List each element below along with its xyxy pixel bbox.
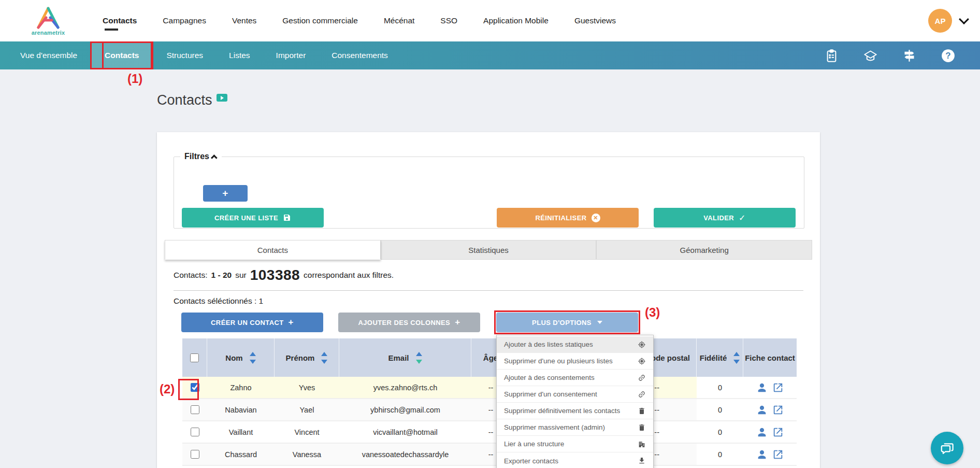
annotation-step2: (2) [160,382,175,396]
subnav-structures[interactable]: Structures [153,41,216,69]
graduation-cap-icon[interactable] [863,49,877,63]
menu-item-supprimer-definitivement[interactable]: Supprimer définitivement les contacts [497,403,653,419]
create-contact-button[interactable]: CRÉER UN CONTACT + [181,313,323,332]
contact-person-icon[interactable] [756,427,768,438]
sort-desc-icon[interactable] [733,360,740,364]
more-options-button[interactable]: PLUS D'OPTIONS [496,313,638,332]
filters-legend[interactable]: Filtres [180,152,222,161]
table-row-nabavian[interactable]: Nabavian Yael ybhirsch@gmail.com -- -- 0 [182,399,797,421]
topnav-ventes[interactable]: Ventes [231,11,257,31]
help-icon[interactable]: ? [941,49,955,63]
sort-asc-icon[interactable] [733,352,740,356]
create-list-button[interactable]: CRÉER UNE LISTE [182,208,324,228]
open-contact-icon[interactable] [772,382,784,393]
subnav-listes[interactable]: Listes [216,41,263,69]
menu-item-ajouter-consentements[interactable]: Ajouter à des consentements [497,370,653,386]
user-avatar[interactable]: AP [928,9,952,33]
cell-prenom: Vanessa [275,444,339,465]
row-checkbox[interactable] [191,405,199,414]
sort-fidelite[interactable] [733,352,740,364]
menu-item-ajouter-listes-statiques[interactable]: Ajouter à des listes statiques [497,336,653,353]
cell-fidelite: 0 [697,399,743,420]
menu-item-supprimer-massivement[interactable]: Supprimer massivement (admin) [497,419,653,436]
subnav-importer[interactable]: Importer [263,41,319,69]
topnav-sso[interactable]: SSO [439,11,458,31]
contact-person-icon[interactable] [756,449,768,460]
contact-person-icon[interactable] [756,404,768,416]
add-columns-button[interactable]: AJOUTER DES COLONNES + [338,313,480,332]
results-summary: Contacts: 1 - 20 sur 103388 correspondan… [174,266,394,285]
chat-bubbles-icon [940,441,955,456]
topnav-campagnes[interactable]: Campagnes [162,11,207,31]
subnav-contacts[interactable]: Contacts [90,41,153,69]
arenametrix-logo-icon [35,6,62,29]
column-header-nom: Nom [225,353,242,362]
cell-nom: Vaillant [207,421,275,443]
cell-nom: Zahno [207,377,275,398]
topnav-application-mobile[interactable]: Application Mobile [482,11,550,31]
select-all-checkbox[interactable] [190,353,199,362]
tab-geomarketing[interactable]: Géomarketing [596,240,812,260]
table-row-zahno[interactable]: Zahno Yves yves.zahno@rts.ch -- -- 0 [182,377,797,399]
view-tabs: Contacts Statistiques Géomarketing [165,240,812,260]
sort-desc-icon[interactable] [250,360,256,364]
check-icon: ✓ [739,213,746,223]
column-header-prenom: Prénom [286,353,315,362]
clipboard-list-icon[interactable] [825,49,839,63]
open-contact-icon[interactable] [772,449,784,460]
menu-item-label: Exporter contacts [504,457,638,465]
topnav-mecenat[interactable]: Mécénat [383,11,415,31]
chevron-down-icon[interactable] [959,14,969,24]
tab-statistiques[interactable]: Statistiques [381,240,597,260]
menu-item-lier-structure[interactable]: Lier à une structure [497,436,653,452]
sort-asc-icon[interactable] [416,352,422,356]
summary-range: 1 - 20 [211,271,232,280]
building-icon [638,440,646,448]
topnav-guestviews[interactable]: Guestviews [573,11,617,31]
cell-nom: Chassard [207,444,275,465]
sort-desc-icon[interactable] [321,360,327,364]
column-header-email: Email [388,353,409,362]
open-contact-icon[interactable] [772,427,784,438]
page-title: Contacts [157,92,212,108]
selected-count-label: Contacts séléctionnés : 1 [174,296,263,306]
contact-person-icon[interactable] [756,382,768,393]
menu-item-exporter-contacts[interactable]: Exporter contacts [497,452,653,468]
topnav-gestion-commerciale[interactable]: Gestion commerciale [281,11,359,31]
add-filter-button[interactable]: + [203,185,248,202]
menu-item-supprimer-listes[interactable]: Supprimer d'une ou plusieurs listes [497,353,653,370]
table-row-chassard[interactable]: Chassard Vanessa vanessoatedechassardyle… [182,444,797,466]
menu-item-label: Lier à une structure [504,440,638,448]
sort-email[interactable] [416,352,422,364]
topnav-contacts[interactable]: Contacts [102,11,138,31]
download-icon [638,457,646,465]
trash-icon [638,407,646,415]
row-checkbox[interactable] [191,450,199,459]
row-checkbox[interactable] [191,383,199,392]
trash-icon [638,423,646,432]
caret-down-icon [597,321,602,324]
top-navigation: Contacts Campagnes Ventes Gestion commer… [102,11,617,31]
create-contact-label: CRÉER UN CONTACT [211,319,284,327]
sort-nom[interactable] [250,352,256,364]
chat-widget-button[interactable] [931,432,963,464]
summary-prefix: Contacts: [174,271,207,280]
subnav-vue-densemble[interactable]: Vue d'ensemble [7,41,90,69]
sort-prenom[interactable] [321,352,327,364]
video-tutorial-icon[interactable] [217,94,227,102]
row-checkbox[interactable] [191,428,199,436]
table-row-vaillant[interactable]: Vaillant Vincent vicvaillant@hotmail -- … [182,421,797,444]
brand-logo[interactable]: arenametrix [15,6,82,36]
reset-filters-button[interactable]: RÉINITIALISER ✕ [497,208,639,228]
open-contact-icon[interactable] [772,404,784,416]
sort-asc-icon[interactable] [321,352,327,356]
subnav-consentements[interactable]: Consentements [319,41,401,69]
sort-asc-icon[interactable] [250,352,256,356]
summary-divider [174,290,803,291]
sort-desc-icon-active[interactable] [416,360,422,364]
tab-contacts[interactable]: Contacts [165,240,381,260]
validate-filters-button[interactable]: VALIDER ✓ [654,208,796,228]
menu-item-supprimer-consentement[interactable]: Supprimer d'un consentement [497,386,653,403]
signpost-icon[interactable] [902,49,916,63]
cell-email: yves.zahno@rts.ch [339,377,471,398]
